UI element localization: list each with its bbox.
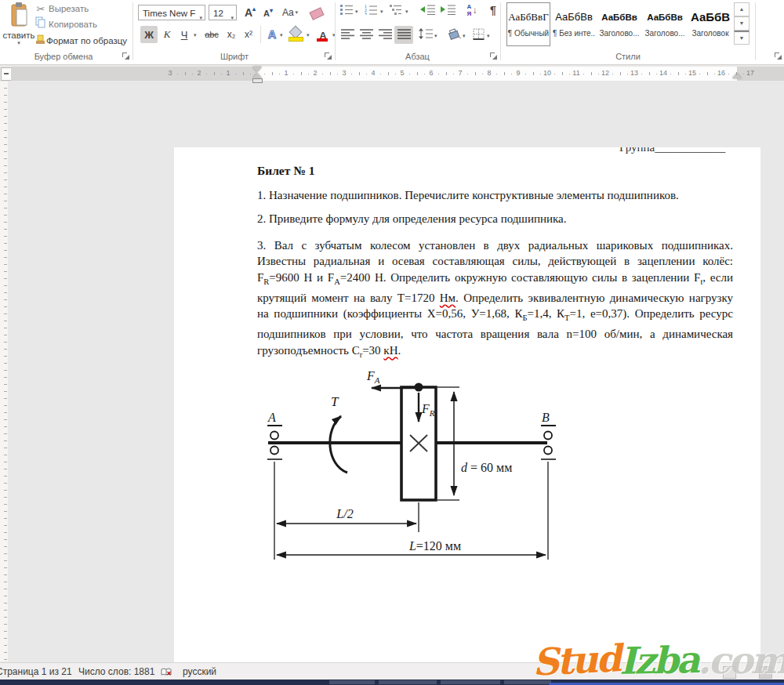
bullets-button[interactable]	[339, 4, 354, 18]
page-indicator[interactable]: Страница 1 из 21	[0, 666, 72, 677]
style-card-heading2[interactable]: АаБбВв Заголово...	[643, 2, 687, 46]
font-family-dropdown-arrow: ▾	[199, 10, 202, 26]
hanging-indent-marker[interactable]	[252, 73, 262, 78]
sort-button[interactable]: А Я ↓	[463, 2, 481, 18]
highlight-dropdown-arrow[interactable]: ▾	[307, 32, 310, 38]
ruler-tick	[330, 72, 331, 75]
superscript-button[interactable]: x²	[241, 26, 256, 43]
paste-button[interactable]: ставить ▾	[2, 1, 36, 48]
style-label: ¶ Без инте...	[553, 29, 595, 38]
show-marks-button[interactable]: ¶	[485, 2, 501, 18]
bold-button[interactable]: Ж	[140, 26, 158, 43]
proofing-error-icon[interactable]	[161, 667, 172, 680]
ruler-tick	[620, 72, 621, 75]
clipboard-dialog-launcher[interactable]	[122, 53, 130, 60]
justify-button[interactable]	[394, 26, 413, 44]
font-dialog-launcher[interactable]	[325, 53, 332, 60]
style-card-normal[interactable]: АаБбВвГ ¶ Обычный	[506, 2, 550, 46]
multilevel-list-icon	[389, 4, 403, 18]
ruler-tick	[301, 72, 302, 75]
decrease-indent-button[interactable]	[419, 4, 437, 18]
text-effects-button[interactable]: А	[264, 26, 280, 43]
taskbar-segment	[441, 680, 500, 684]
ruler-number: 2	[197, 69, 201, 77]
grow-font-letter: A	[245, 6, 252, 19]
clear-formatting-button[interactable]	[309, 7, 325, 20]
format-painter-button[interactable]	[33, 34, 47, 48]
ruler-tick	[206, 74, 207, 74]
style-card-title[interactable]: АаБбВ Заголовок	[688, 2, 732, 46]
cut-label[interactable]: Вырезать	[49, 4, 89, 13]
styles-more-button[interactable]: ▼	[734, 31, 750, 45]
style-card-no-spacing[interactable]: АаБбВв ¶ Без инте...	[552, 2, 596, 46]
bullets-dropdown-arrow[interactable]: ▾	[355, 9, 358, 15]
ruler-tick	[185, 72, 186, 75]
half-length-dim-label: L/2	[336, 507, 353, 520]
horizontal-ruler[interactable]: 1234567891011121314151617123	[11, 67, 784, 81]
decrease-indent-icon	[420, 4, 436, 18]
shaft-diagram[interactable]: FA FR T A B d = 60 мм L/2 L=120 мм	[252, 361, 582, 571]
styles-scroll-up-button[interactable]: ▲	[734, 2, 750, 16]
change-case-button[interactable]: Aa ▾	[281, 5, 299, 20]
underline-button[interactable]: Ч	[176, 26, 192, 43]
language-indicator[interactable]: русский	[183, 666, 216, 677]
cut-button[interactable]: ✂	[34, 2, 47, 16]
text-effects-dropdown-arrow[interactable]: ▾	[280, 32, 283, 38]
first-line-indent-marker[interactable]	[252, 67, 262, 72]
line-spacing-button[interactable]	[417, 27, 434, 43]
group-separator	[260, 26, 261, 43]
ruler-tick	[583, 74, 584, 74]
strikethrough-letters: abc	[205, 30, 219, 39]
copy-button[interactable]	[34, 17, 47, 31]
paragraph-dialog-launcher[interactable]	[490, 53, 498, 60]
strikethrough-button[interactable]: abc	[201, 26, 222, 43]
vertical-ruler[interactable]	[0, 82, 8, 661]
question-3-line: Известны радиальная и осевая составляюща…	[257, 253, 733, 269]
left-indent-marker[interactable]	[252, 78, 263, 83]
font-size-combobox[interactable]: 12 ▾	[209, 5, 237, 20]
copy-label[interactable]: Копировать	[49, 20, 97, 29]
underline-dropdown-arrow[interactable]: ▾	[194, 32, 197, 38]
ruler-tick	[685, 74, 686, 74]
subscript-button[interactable]: x₂	[223, 26, 239, 43]
ruler-tick	[656, 74, 657, 74]
styles-scroll-down-button[interactable]: ▼	[734, 16, 750, 31]
highlight-color-button[interactable]	[288, 26, 305, 43]
shading-dropdown-arrow[interactable]: ▾	[463, 33, 466, 39]
align-left-button[interactable]	[339, 27, 356, 43]
styles-dialog-launcher[interactable]	[775, 53, 782, 60]
borders-dropdown-arrow[interactable]: ▾	[487, 33, 490, 39]
question-3-line: на подшипники (коэффициенты Х=0,56, У=1,…	[257, 306, 733, 326]
italic-button[interactable]: К	[160, 26, 174, 43]
ruler-number: 16	[717, 69, 725, 77]
font-family-combobox[interactable]: Times New F ▾	[138, 5, 205, 20]
multilevel-list-button[interactable]	[388, 4, 404, 18]
document-page[interactable]: Группа____________ Билет № 1 1. Назначен…	[174, 147, 760, 685]
tab-selector[interactable]	[1, 67, 12, 81]
word-count[interactable]: Число слов: 1881	[78, 666, 154, 677]
numbering-dropdown-arrow[interactable]: ▾	[380, 9, 383, 15]
paragraph-group-label: Абзац	[337, 52, 498, 61]
borders-button[interactable]	[470, 27, 486, 43]
style-sample: АаБбВв	[598, 8, 641, 27]
align-center-button[interactable]	[358, 27, 375, 43]
right-indent-marker[interactable]	[732, 73, 742, 78]
format-painter-label[interactable]: Формат по образцу	[46, 36, 127, 45]
multilevel-dropdown-arrow[interactable]: ▾	[405, 9, 408, 15]
ruler-tick	[351, 74, 352, 74]
ruler-tick	[395, 74, 396, 74]
font-color-button[interactable]: А	[315, 26, 331, 43]
taskbar-segment	[379, 680, 437, 684]
grow-font-button[interactable]: A▴	[241, 5, 259, 20]
increase-indent-button[interactable]	[439, 4, 458, 18]
question-3-line: подшипников при условии, что частота вра…	[257, 326, 733, 342]
ruler-number: 10	[543, 69, 551, 77]
style-card-heading1[interactable]: АаБбВв Заголово...	[597, 2, 641, 46]
shrink-font-button[interactable]: A▾	[260, 6, 276, 20]
shading-button[interactable]	[444, 27, 463, 43]
line-spacing-dropdown-arrow[interactable]: ▾	[434, 33, 437, 39]
align-right-button[interactable]	[376, 27, 394, 43]
ruler-number: 4	[371, 69, 375, 77]
ruler-tick	[554, 74, 555, 74]
numbering-button[interactable]: 123	[363, 4, 379, 18]
